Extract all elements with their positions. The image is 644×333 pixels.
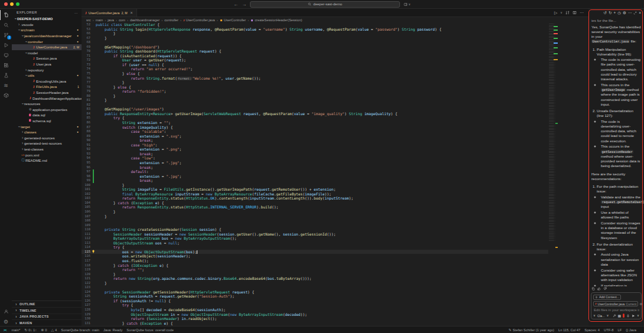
close-tab-icon[interactable]: × <box>130 11 132 15</box>
chevron-down-icon[interactable]: ∨ <box>593 314 596 317</box>
code-line-71[interactable]: 71 if (isAuthenticated(request)) { <box>82 54 548 58</box>
code-line-75[interactable]: 75 } else { <box>82 71 548 76</box>
breadcrumb-item[interactable]: UserController <box>220 18 246 22</box>
tree-item-generated-test-sources[interactable]: ›generated-test-sources <box>12 141 82 146</box>
activity-source-control-icon[interactable]: 2 <box>0 30 12 40</box>
code-line-74[interactable]: 74 return "an error occurred!"; <box>82 67 548 71</box>
copy-icon[interactable] <box>591 287 595 290</box>
code-line-129[interactable]: 129 ObjectInputStream in = new ObjectInp… <box>82 312 548 317</box>
tree-item-src-main[interactable]: ›src/main● <box>12 27 82 33</box>
code-line-88[interactable]: 88 case "scalable": <box>82 129 548 134</box>
chevron-down-icon[interactable]: ∨ <box>637 314 639 317</box>
tree-item-utils[interactable]: ›utils● <box>12 73 82 79</box>
code-line-130[interactable]: 130 return (SessionHeader) in.readObject… <box>82 316 548 321</box>
tree-item-target[interactable]: ›target● <box>12 123 82 129</box>
explorer-more-icon[interactable]: … <box>74 11 78 14</box>
tree-item-readme-md[interactable]: ⓘREADME.md <box>12 158 82 164</box>
status-language-mode[interactable]: {} Java <box>626 328 636 332</box>
tree-item-schema-sql[interactable]: schema.sql <box>12 118 82 124</box>
status-sonarqube-focus[interactable]: SonarQube focus: overall code <box>126 328 174 332</box>
history-icon[interactable]: ◷ <box>617 11 621 15</box>
code-line-87[interactable]: 87 switch (imageQuality) { <box>82 125 548 130</box>
settings-gear-icon[interactable]: ⚙ <box>623 11 626 15</box>
breadcrumb-item[interactable]: controller <box>164 18 178 22</box>
close-icon[interactable]: × <box>639 11 641 15</box>
context-file-chip[interactable]: J UserController.java Current <box>593 301 638 306</box>
code-line-95[interactable]: 95 extension = ".jpg"; <box>82 161 548 165</box>
tree-item-data-sql[interactable]: data.sql <box>12 112 82 118</box>
code-line-115[interactable]: 115 oos = new ObjectOutputStream(bos); <box>82 250 548 254</box>
breadcrumb-item[interactable]: createSessionHeader(Session) <box>251 18 302 22</box>
code-line-105[interactable]: 105 return ResponseEntity.status(HttpSta… <box>82 205 548 210</box>
code-line-70[interactable]: 70 public String dashboard(HttpServletRe… <box>82 49 548 54</box>
code-line-98[interactable]: 98 extension = ".jpg"; <box>82 174 548 179</box>
code-line-118[interactable]: 118 } catch (IOException e) { <box>82 263 548 268</box>
code-line-80[interactable]: 80 } <box>82 94 548 99</box>
code-line-85[interactable]: 85 try { <box>82 116 548 120</box>
tree-item-test-classes[interactable]: ›test-classes <box>12 146 82 152</box>
code-line-52[interactable]: 52public class UserController { <box>82 22 548 27</box>
code-line-112[interactable]: 112 ByteArrayOutputStream bos = new Byte… <box>82 236 548 241</box>
chevron-down-icon[interactable]: ∨ <box>560 11 562 14</box>
code-line-107[interactable]: 107 } <box>82 214 548 219</box>
minimap[interactable] <box>548 22 559 327</box>
tab-usercontroller-java[interactable]: J UserController.java 2, M × <box>82 9 137 17</box>
thumbs-up-icon[interactable] <box>597 287 601 290</box>
tree-item-application-properties[interactable]: ⚙application.properties <box>12 107 82 113</box>
activity-account-icon[interactable] <box>0 306 12 316</box>
code-line-94[interactable]: 94 case "low": <box>82 156 548 161</box>
activity-sonarqube-icon[interactable]: ≋ <box>0 80 12 90</box>
status-errors[interactable]: ⊗0 <box>41 328 47 332</box>
code-line-90[interactable]: 90 break; <box>82 138 548 143</box>
code-line-69[interactable]: 69 @GetMapping("/dashboard") <box>82 45 548 50</box>
tree-item-model[interactable]: ›model <box>12 50 82 56</box>
tree-item-encodingutils-java[interactable]: JEncodingUtils.java <box>12 79 82 84</box>
code-line-89[interactable]: 89 extension = ".svg"; <box>82 134 548 139</box>
code-line-122[interactable]: 122 } <box>82 281 548 286</box>
tree-item-classes[interactable]: ›classes● <box>12 129 82 135</box>
code-line-76[interactable]: 76 return String.format(format:"Welcome … <box>82 76 548 81</box>
breadcrumb-item[interactable]: dashboardmanager <box>130 18 160 22</box>
code-line-92[interactable]: 92 extension = ".png"; <box>82 147 548 152</box>
section-timeline[interactable]: ›TIMELINE <box>12 308 82 314</box>
code-line-100[interactable]: 100 } <box>82 183 548 188</box>
code-line-109[interactable]: 109 <box>82 223 548 228</box>
code-line-66[interactable]: 66 } <box>82 31 548 36</box>
diff-icon[interactable] <box>565 11 570 15</box>
code-line-103[interactable]: 103 return ResponseEntity.status(HttpSta… <box>82 196 548 201</box>
code-line-53[interactable]: 53 public String login(HttpServletRespon… <box>82 27 548 32</box>
tree-item--vscode[interactable]: ›.vscode <box>12 22 82 28</box>
tree-item-pom-xml[interactable]: </>pom.xml <box>12 152 82 158</box>
open-in-editor-icon[interactable] <box>633 11 637 15</box>
tree-item-user-java[interactable]: JUser.java <box>12 61 82 67</box>
run-icon[interactable]: ▷ <box>554 11 557 15</box>
model-picker[interactable]: Cla... <box>597 314 605 318</box>
more-icon[interactable]: ⋯ <box>628 11 632 15</box>
code-line-91[interactable]: 91 case "high": <box>82 143 548 148</box>
status-sonarqube-branch[interactable]: SonarQube branch: main <box>61 328 99 332</box>
status-warnings[interactable]: △4 <box>51 328 57 332</box>
breadcrumb-item[interactable]: main <box>96 18 103 22</box>
activity-remote-window-icon[interactable] <box>0 50 12 60</box>
activity-extensions-icon[interactable] <box>0 60 12 70</box>
code-line-78[interactable]: 78 } else { <box>82 85 548 90</box>
code-line-121[interactable]: 121 return new String(org.apache.commons… <box>82 276 548 281</box>
layout-toggle-button[interactable]: ∨ <box>404 2 411 6</box>
redo-icon[interactable]: ↻ <box>609 11 612 15</box>
activity-files-icon[interactable] <box>0 10 12 20</box>
status-git-blame[interactable]: ✎Stefan Schiller (1 year ago) <box>509 328 554 332</box>
zoom-window-button[interactable] <box>16 2 19 6</box>
activity-settings-gear-icon[interactable]: ⚙ <box>0 316 12 327</box>
tree-item-dashboardmanagerapplication-java[interactable]: JDashboardManagerApplication.java <box>12 95 82 101</box>
status-java-status[interactable]: Java: Ready <box>103 328 122 332</box>
code-line-77[interactable]: 77 } <box>82 80 548 85</box>
code-line-125[interactable]: 125 String sessionAuth = request.getHead… <box>82 294 548 299</box>
status-git-sync[interactable]: ↻0↓ 1↑ <box>24 328 37 332</box>
activity-debug-icon[interactable] <box>0 40 12 50</box>
code-line-110[interactable]: 110 private String createSessionHeader(S… <box>82 227 548 232</box>
code-line-72[interactable]: 72 User user = getUser(request); <box>82 58 548 63</box>
code-line-82[interactable]: 82 <box>82 103 548 107</box>
tree-item-resources[interactable]: ›resources <box>12 101 82 107</box>
code-line-86[interactable]: 86 String extension = ""; <box>82 120 548 125</box>
code-line-83[interactable]: 83 @GetMapping("/user/images") <box>82 107 548 112</box>
